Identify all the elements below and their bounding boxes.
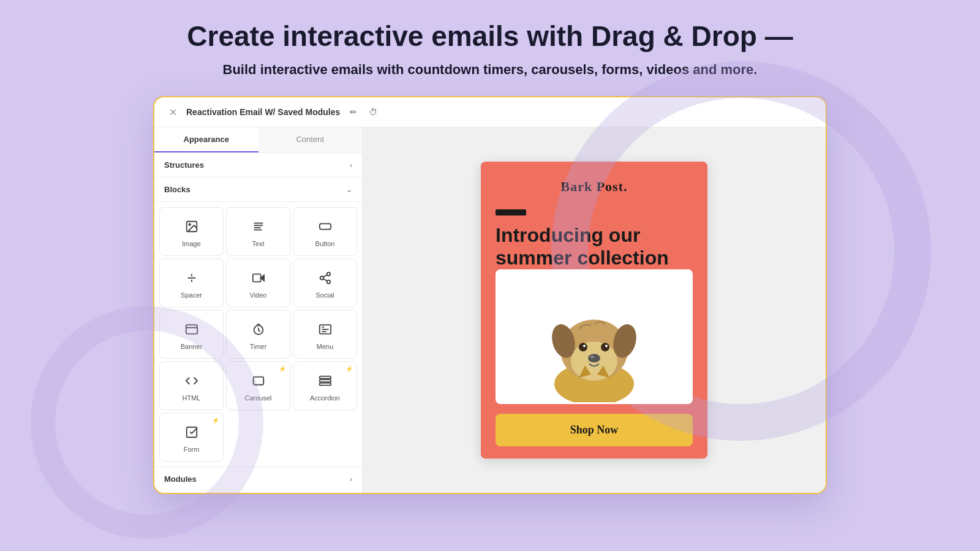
shop-now-button[interactable]: Shop Now: [496, 414, 693, 446]
dog-svg: [533, 271, 655, 402]
button-icon: [318, 220, 332, 236]
block-menu[interactable]: Menu: [293, 310, 357, 359]
svg-rect-25: [253, 377, 263, 384]
svg-point-44: [588, 354, 600, 362]
svg-line-15: [323, 279, 326, 281]
panel-tabs: Appearance Content: [154, 127, 362, 153]
modules-chevron: ›: [350, 475, 352, 484]
svg-rect-33: [186, 427, 197, 437]
block-accordion[interactable]: ⚡ Accordion: [293, 361, 357, 410]
svg-point-1: [189, 223, 190, 225]
form-icon: [185, 425, 198, 442]
structures-section[interactable]: Structures ›: [154, 153, 362, 178]
svg-point-14: [326, 280, 330, 283]
carousel-label: Carousel: [244, 394, 271, 402]
modules-section[interactable]: Modules ›: [154, 467, 362, 491]
svg-rect-32: [319, 383, 330, 385]
svg-point-45: [590, 356, 594, 358]
block-html[interactable]: HTML: [159, 361, 224, 410]
svg-rect-6: [319, 223, 330, 229]
edit-icon[interactable]: ✏: [347, 106, 360, 118]
video-icon: [252, 271, 265, 288]
main-content: Appearance Content Structures › Blocks ⌄: [154, 127, 826, 493]
email-preview: Bark Post. Introducing our summer collec…: [481, 162, 707, 459]
image-label: Image: [182, 240, 201, 247]
carousel-lightning: ⚡: [279, 365, 286, 372]
social-icon: [318, 271, 332, 288]
window-title: Reactivation Email W/ Saved Modules: [186, 107, 340, 117]
block-video[interactable]: Video: [226, 258, 290, 307]
form-lightning: ⚡: [212, 417, 219, 424]
banner-icon: [185, 323, 198, 339]
block-timer[interactable]: Timer: [226, 310, 290, 359]
block-banner[interactable]: Banner: [159, 310, 224, 359]
svg-rect-31: [319, 380, 330, 382]
spacer-icon: [185, 271, 198, 288]
block-carousel[interactable]: ⚡ Carousel: [226, 361, 290, 410]
html-label: HTML: [183, 394, 201, 402]
timer-icon: [252, 323, 265, 339]
svg-point-12: [326, 272, 330, 276]
svg-point-43: [605, 345, 608, 347]
title-bar: ✕ Reactivation Email W/ Saved Modules ✏ …: [154, 97, 826, 127]
page-headline: Create interactive emails with Drag & Dr…: [187, 20, 793, 53]
close-button[interactable]: ✕: [167, 106, 179, 118]
block-spacer[interactable]: Spacer: [159, 258, 224, 307]
right-panel: Bark Post. Introducing our summer collec…: [363, 127, 826, 493]
svg-point-40: [579, 343, 587, 351]
svg-point-41: [601, 343, 609, 351]
carousel-icon: [252, 374, 265, 391]
svg-point-13: [320, 276, 323, 280]
email-footer: Shop Now: [481, 404, 707, 459]
form-label: Form: [184, 446, 200, 453]
tab-appearance[interactable]: Appearance: [154, 127, 258, 152]
product-image: [496, 269, 693, 404]
email-header: Bark Post.: [481, 162, 707, 202]
menu-label: Menu: [317, 343, 334, 350]
svg-rect-10: [252, 274, 260, 282]
video-label: Video: [250, 291, 267, 299]
accordion-label: Accordion: [310, 394, 340, 402]
social-label: Social: [316, 291, 334, 299]
tab-content[interactable]: Content: [258, 127, 363, 152]
image-icon: [185, 220, 198, 236]
svg-rect-17: [186, 324, 197, 334]
structures-chevron: ›: [350, 161, 352, 170]
block-image[interactable]: Image: [159, 207, 224, 256]
email-body: Introducing our summer collection: [481, 202, 707, 404]
button-label: Button: [315, 240, 335, 247]
blocks-grid: Image Text: [154, 202, 362, 467]
blocks-label: Blocks: [164, 185, 190, 194]
brand-name: Bark Post.: [496, 179, 693, 195]
block-button[interactable]: Button: [293, 207, 357, 256]
accordion-lightning: ⚡: [345, 365, 353, 372]
text-label: Text: [252, 240, 264, 247]
page-subheadline: Build interactive emails with countdown …: [223, 62, 758, 78]
history-icon[interactable]: ⏱: [367, 106, 379, 118]
menu-icon: [318, 323, 332, 339]
spacer-label: Spacer: [181, 291, 202, 299]
blocks-section-header[interactable]: Blocks ⌄: [154, 178, 362, 202]
accordion-icon: [318, 374, 332, 391]
left-panel: Appearance Content Structures › Blocks ⌄: [154, 127, 363, 493]
structures-label: Structures: [164, 160, 204, 170]
banner-label: Banner: [181, 343, 202, 350]
accent-bar: [496, 209, 526, 216]
block-text[interactable]: Text: [226, 207, 290, 256]
svg-line-16: [323, 275, 326, 277]
svg-rect-30: [319, 376, 330, 378]
modules-label: Modules: [164, 474, 197, 484]
html-icon: [185, 374, 198, 391]
blocks-chevron: ⌄: [346, 186, 352, 194]
block-form[interactable]: ⚡ Form: [159, 413, 224, 462]
svg-point-42: [583, 345, 586, 347]
timer-label: Timer: [250, 343, 267, 350]
app-window: ✕ Reactivation Email W/ Saved Modules ✏ …: [153, 96, 827, 494]
text-icon: [252, 220, 265, 236]
block-social[interactable]: Social: [293, 258, 357, 307]
email-title: Introducing our summer collection: [496, 224, 693, 269]
